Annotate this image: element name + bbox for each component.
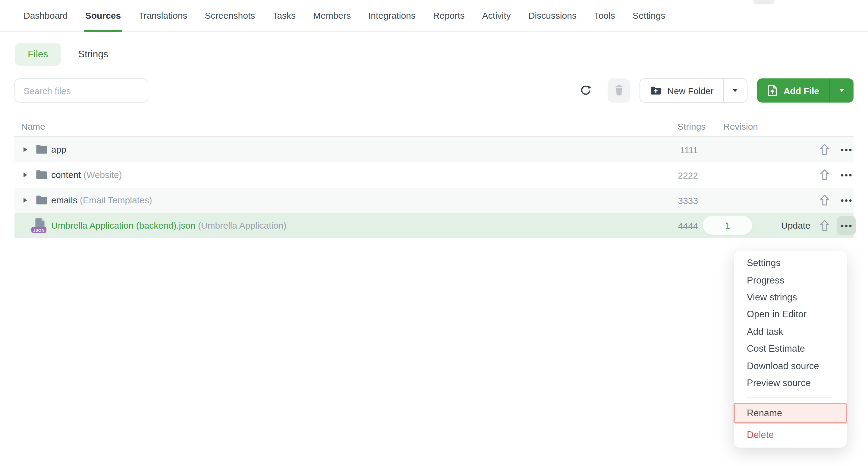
strings-count: 4444 <box>678 221 698 231</box>
delete-selected-button[interactable] <box>608 79 630 103</box>
upload-icon[interactable] <box>818 194 833 207</box>
strings-count: 2222 <box>678 170 698 180</box>
search-input[interactable] <box>14 79 148 103</box>
table-row-emails[interactable]: emails (Email Templates) 3333 <box>14 187 854 213</box>
expand-caret-icon[interactable] <box>24 173 27 177</box>
expand-caret-icon[interactable] <box>24 147 27 152</box>
menu-item-rename-highlighted[interactable]: Rename <box>734 403 847 424</box>
strings-count: 3333 <box>678 196 698 206</box>
action-bar: New Folder <box>14 79 854 103</box>
nav-tab-dashboard[interactable]: Dashboard <box>22 0 69 32</box>
file-name[interactable]: Umbrella Application (backend).json (Umb… <box>51 220 286 230</box>
toggle-strings[interactable]: Strings <box>79 49 108 60</box>
folder-name-text: emails <box>51 195 78 205</box>
nav-tab-tasks[interactable]: Tasks <box>271 0 297 32</box>
file-name-text: Umbrella Application (backend).json <box>51 220 195 230</box>
column-header-revision: Revision <box>723 121 758 132</box>
column-header-name: Name <box>21 121 45 132</box>
caret-down-icon <box>839 89 844 92</box>
view-toggle: Files Strings <box>15 43 854 66</box>
upload-icon[interactable] <box>818 143 833 156</box>
toggle-files[interactable]: Files <box>15 43 61 66</box>
nav-tab-screenshots[interactable]: Screenshots <box>204 0 256 32</box>
menu-item-download-source[interactable]: Download source <box>734 357 847 375</box>
strings-count: 1111 <box>680 145 698 155</box>
add-file-split-button: Add File <box>757 79 854 103</box>
project-nav: Dashboard Sources Translations Screensho… <box>0 0 868 32</box>
menu-item-open-in-editor[interactable]: Open in Editor <box>734 306 847 323</box>
menu-item-preview-source[interactable]: Preview source <box>734 374 847 391</box>
nav-tab-discussions[interactable]: Discussions <box>527 0 578 32</box>
folder-plus-icon <box>650 84 662 96</box>
more-options-button-open[interactable] <box>837 216 856 235</box>
menu-item-settings[interactable]: Settings <box>734 255 847 272</box>
nav-tab-settings[interactable]: Settings <box>631 0 666 32</box>
nav-tab-tools[interactable]: Tools <box>593 0 616 32</box>
ellipsis-icon <box>841 173 852 176</box>
ellipsis-icon <box>841 224 852 227</box>
json-file-icon: JSON <box>34 218 46 232</box>
nav-tab-members[interactable]: Members <box>312 0 352 32</box>
menu-divider <box>746 397 832 398</box>
file-context-menu: Settings Progress View strings Open in E… <box>734 251 847 447</box>
action-buttons: New Folder <box>578 79 854 103</box>
nav-tab-activity[interactable]: Activity <box>481 0 512 32</box>
more-options-button[interactable] <box>837 191 856 210</box>
folder-icon <box>36 195 48 205</box>
more-options-button[interactable] <box>837 140 856 159</box>
expand-caret-icon[interactable] <box>24 198 27 203</box>
folder-icon <box>36 170 48 180</box>
file-annotation: (Umbrella Application) <box>198 220 286 230</box>
new-folder-split-button: New Folder <box>640 79 747 103</box>
new-folder-dropdown-button[interactable] <box>723 79 747 102</box>
trash-icon <box>613 84 624 96</box>
nav-tab-reports[interactable]: Reports <box>432 0 466 32</box>
new-folder-button[interactable]: New Folder <box>640 79 723 102</box>
nav-tab-translations[interactable]: Translations <box>137 0 188 32</box>
add-file-label: Add File <box>784 85 819 96</box>
menu-item-progress[interactable]: Progress <box>734 272 847 289</box>
nav-tab-sources[interactable]: Sources <box>84 0 122 32</box>
new-folder-label: New Folder <box>667 85 713 96</box>
more-options-button[interactable] <box>837 165 856 184</box>
add-file-dropdown-button[interactable] <box>830 79 854 103</box>
nav-tab-integrations[interactable]: Integrations <box>367 0 417 32</box>
table-row-umbrella-json[interactable]: JSON Umbrella Application (backend).json… <box>14 213 854 238</box>
folder-annotation: (Website) <box>84 170 122 180</box>
table-header: Name Strings Revision <box>14 121 854 137</box>
json-badge: JSON <box>31 227 46 233</box>
file-upload-icon <box>767 84 778 96</box>
folder-name[interactable]: emails (Email Templates) <box>51 195 152 205</box>
menu-item-view-strings[interactable]: View strings <box>734 289 847 306</box>
table-row-app[interactable]: app 1111 <box>14 137 854 162</box>
caret-down-icon <box>733 89 738 92</box>
refresh-button[interactable] <box>578 83 592 98</box>
files-table: Name Strings Revision app 1111 <box>14 121 854 238</box>
folder-name[interactable]: app <box>51 144 66 154</box>
upload-icon[interactable] <box>818 168 833 181</box>
ellipsis-icon <box>841 199 852 202</box>
menu-item-delete[interactable]: Delete <box>734 427 847 443</box>
revision-badge: 1 <box>703 216 752 235</box>
update-link[interactable]: Update <box>781 220 810 230</box>
folder-icon <box>36 144 48 154</box>
folder-name-text: content <box>51 170 81 180</box>
menu-item-cost-estimate[interactable]: Cost Estimate <box>734 340 847 357</box>
ellipsis-icon <box>841 148 852 151</box>
sources-files-page: Dashboard Sources Translations Screensho… <box>0 0 868 466</box>
column-header-strings: Strings <box>678 121 706 132</box>
add-file-button[interactable]: Add File <box>757 79 830 103</box>
refresh-icon <box>579 84 592 97</box>
folder-annotation: (Email Templates) <box>80 195 152 205</box>
upload-icon[interactable] <box>818 219 833 232</box>
cutoff-overlay-remnant <box>753 0 774 2</box>
folder-name[interactable]: content (Website) <box>51 170 122 180</box>
menu-item-add-task[interactable]: Add task <box>734 323 847 340</box>
table-row-content[interactable]: content (Website) 2222 <box>14 162 854 187</box>
